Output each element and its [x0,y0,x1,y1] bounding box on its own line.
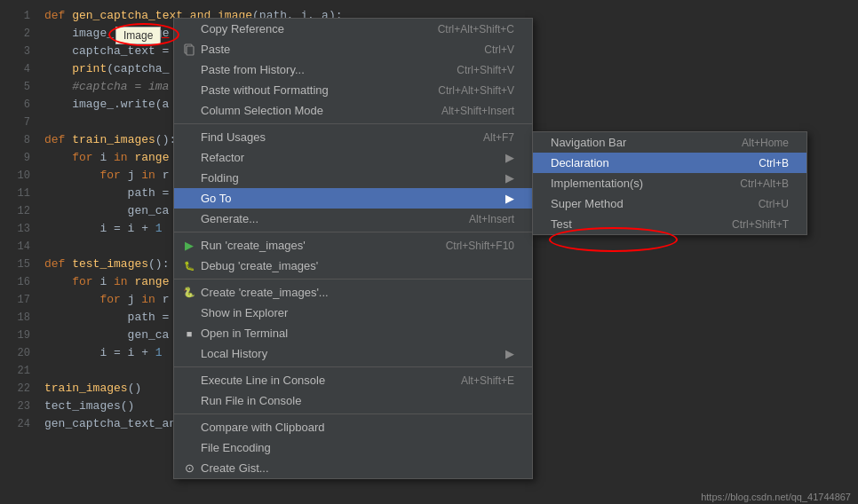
menu-item-label: Paste from History... [201,63,305,76]
menu-item-label: Debug 'create_images' [201,259,318,272]
submenu-item-label: Navigation Bar [551,136,626,149]
menu-item-shortcut: Ctrl+Alt+Shift+V [438,84,514,97]
menu-item-shortcut: Alt+Shift+Insert [441,105,514,117]
menu-item-shortcut: Ctrl+V [484,43,514,56]
arrow-icon: ▶ [505,171,514,185]
menu-item-label: Open in Terminal [201,327,288,340]
separator-4 [174,366,532,367]
menu-item-label: Copy Reference [201,22,284,35]
submenu-item-super-method[interactable]: Super Method Ctrl+U [533,193,806,214]
separator-2 [174,232,532,232]
submenu-item-label: Declaration [551,156,609,169]
arrow-icon: ▶ [505,347,514,360]
submenu-item-navigation-bar[interactable]: Navigation Bar Alt+Home [533,132,806,153]
submenu-item-shortcut: Ctrl+Shift+T [732,218,789,231]
image-tooltip: Image [115,27,161,44]
menu-item-label: Create 'create_images'... [201,286,329,299]
submenu-item-shortcut: Ctrl+U [759,198,789,210]
menu-item-label: Compare with Clipboard [201,421,324,434]
paste-icon [181,42,197,58]
submenu-item-label: Test [551,217,572,231]
submenu-go-to[interactable]: Navigation Bar Alt+Home Declaration Ctrl… [532,131,807,235]
menu-item-label: File Encoding [201,441,271,454]
submenu-item-implementation[interactable]: Implementation(s) Ctrl+Alt+B [533,173,806,193]
menu-item-label: Column Selection Mode [201,104,323,117]
menu-item-create-gist[interactable]: ⊙ Create Gist... [174,458,532,478]
separator-3 [174,279,532,280]
menu-item-label: Create Gist... [201,461,269,475]
submenu-item-test[interactable]: Test Ctrl+Shift+T [533,214,806,234]
menu-item-local-history[interactable]: Local History ▶ [174,343,532,364]
menu-item-go-to[interactable]: Go To ▶ [174,188,532,209]
menu-item-label: Folding [201,171,239,185]
menu-item-shortcut: Ctrl+Shift+V [457,64,514,76]
menu-item-paste[interactable]: Paste Ctrl+V [174,39,532,59]
arrow-icon: ▶ [505,151,514,164]
menu-item-shortcut: Alt+F7 [483,131,514,144]
menu-item-show-explorer[interactable]: Show in Explorer [174,303,532,323]
menu-item-label: Run 'create_images' [201,239,306,252]
menu-item-run[interactable]: ▶ Run 'create_images' Ctrl+Shift+F10 [174,235,532,256]
menu-item-label: Execute Line in Console [201,374,325,387]
submenu-item-declaration[interactable]: Declaration Ctrl+B [533,153,806,173]
submenu-item-shortcut: Ctrl+B [759,157,789,169]
menu-item-label: Refactor [201,151,244,164]
menu-item-label: Generate... [201,212,258,225]
menu-item-label: Local History [201,347,267,360]
menu-item-label: Find Usages [201,130,266,144]
submenu-item-label: Implementation(s) [551,177,643,190]
menu-item-label: Show in Explorer [201,306,288,319]
menu-item-label: Run File in Console [201,394,301,407]
menu-item-create[interactable]: 🐍 Create 'create_images'... [174,282,532,303]
menu-item-open-terminal[interactable]: ■ Open in Terminal [174,323,532,343]
menu-item-file-encoding[interactable]: File Encoding [174,437,532,458]
menu-item-folding[interactable]: Folding ▶ [174,168,532,188]
menu-item-label: Paste [201,43,230,56]
menu-item-label: Paste without Formatting [201,83,329,97]
python-icon: 🐍 [181,285,197,301]
separator-5 [174,413,532,414]
menu-item-compare-clipboard[interactable]: Compare with Clipboard [174,417,532,437]
menu-item-generate[interactable]: Generate... Alt+Insert [174,209,532,229]
submenu-item-label: Super Method [551,197,624,210]
submenu-item-shortcut: Ctrl+Alt+B [740,177,789,190]
menu-item-debug[interactable]: 🐛 Debug 'create_images' [174,256,532,276]
run-icon: ▶ [181,238,197,254]
context-menu[interactable]: Copy Reference Ctrl+Alt+Shift+C Paste Ct… [173,18,533,479]
menu-item-shortcut: Alt+Shift+E [461,374,514,387]
menu-item-copy-reference[interactable]: Copy Reference Ctrl+Alt+Shift+C [174,19,532,39]
menu-item-shortcut: Ctrl+Alt+Shift+C [438,23,514,35]
menu-item-run-file[interactable]: Run File in Console [174,390,532,411]
debug-icon: 🐛 [181,258,197,274]
menu-item-find-usages[interactable]: Find Usages Alt+F7 [174,127,532,147]
menu-item-paste-no-format[interactable]: Paste without Formatting Ctrl+Alt+Shift+… [174,80,532,100]
submenu-item-shortcut: Alt+Home [742,137,789,149]
menu-item-label: Go To [201,192,231,205]
menu-item-column-selection[interactable]: Column Selection Mode Alt+Shift+Insert [174,100,532,121]
menu-item-shortcut: Ctrl+Shift+F10 [446,240,514,252]
terminal-icon: ■ [181,326,197,342]
menu-item-paste-history[interactable]: Paste from History... Ctrl+Shift+V [174,59,532,80]
menu-item-execute-line[interactable]: Execute Line in Console Alt+Shift+E [174,370,532,390]
separator-1 [174,123,532,124]
status-bar: https://blog.csdn.net/qq_41744867 [694,490,858,504]
svg-rect-1 [187,46,194,55]
github-icon: ⊙ [181,461,197,476]
arrow-icon: ▶ [505,192,514,205]
menu-item-shortcut: Alt+Insert [469,213,514,225]
menu-item-refactor[interactable]: Refactor ▶ [174,147,532,168]
